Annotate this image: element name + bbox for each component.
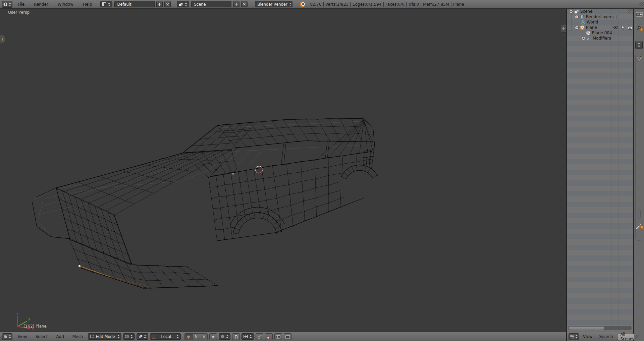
proportional-edit-dropdown[interactable] <box>219 333 230 340</box>
axis-y-label: y <box>28 317 31 321</box>
pivot-icon <box>138 334 143 339</box>
menu-add[interactable]: Add <box>53 334 67 339</box>
info-header: File Render Window Help Default <box>0 0 644 9</box>
render-camera-icon <box>276 334 281 339</box>
outliner-row-scene[interactable]: − Scene <box>567 9 633 14</box>
pivot-point-dropdown[interactable] <box>137 333 148 340</box>
blender-window: File Render Window Help Default <box>0 0 644 341</box>
mode-select-dropdown[interactable]: Edit Mode <box>88 333 121 340</box>
shading-sphere-icon <box>125 334 129 339</box>
snap-target-button[interactable] <box>256 333 263 340</box>
manipulator-toggle-button[interactable] <box>265 333 273 340</box>
info-editor-icon <box>3 2 8 7</box>
opengl-render-button[interactable] <box>274 333 282 340</box>
header-resize-grip[interactable] <box>639 2 644 6</box>
collapse-expander-icon[interactable]: − <box>575 26 579 30</box>
outliner-editor-icon <box>570 334 574 339</box>
updown-arrows-icon <box>144 334 147 339</box>
translate-manipulator-icon <box>267 334 271 339</box>
expand-expander-icon[interactable]: + <box>582 37 585 40</box>
column-separator <box>626 9 626 325</box>
updown-arrows-icon <box>176 334 179 339</box>
properties-pill-mark <box>638 209 641 219</box>
mesh-object-icon <box>580 25 585 30</box>
transform-orientation-dropdown[interactable]: Local <box>150 333 181 340</box>
vertex-select-icon <box>186 334 191 339</box>
updown-arrows-icon <box>184 2 187 7</box>
outliner-menu-search[interactable]: Search <box>596 334 615 339</box>
close-x-icon <box>166 2 169 6</box>
properties-resize-grip[interactable] <box>635 335 640 340</box>
window-layout-icon <box>102 2 107 6</box>
menu-window[interactable]: Window <box>54 2 77 7</box>
menu-view[interactable]: View <box>14 334 30 339</box>
close-x-icon <box>243 2 246 6</box>
object-data-tab-icon[interactable] <box>636 56 642 62</box>
updown-arrows-icon <box>249 334 252 339</box>
visibility-eye-icon[interactable] <box>613 25 618 30</box>
render-properties-icon[interactable] <box>635 11 643 17</box>
active-element-label: (162) Plane <box>23 324 47 329</box>
updown-arrows-icon <box>575 334 578 339</box>
snap-element-dropdown[interactable] <box>241 333 254 340</box>
pin-context-icon[interactable] <box>635 24 643 32</box>
proportional-edit-icon <box>220 334 225 339</box>
outliner-row-modifiers[interactable]: + Modifiers | <box>567 36 633 41</box>
editor-type-dropdown-outliner[interactable] <box>569 333 579 340</box>
delete-scene-button[interactable] <box>241 1 248 7</box>
delete-layout-button[interactable] <box>164 1 171 7</box>
modifiers-wrench-icon <box>586 36 592 41</box>
menu-mesh[interactable]: Mesh <box>69 334 87 339</box>
menu-render[interactable]: Render <box>30 2 52 7</box>
outliner-row-world[interactable]: World <box>567 19 633 25</box>
drag-tick: | <box>613 36 615 41</box>
render-engine-select[interactable]: Blender Render <box>255 1 292 7</box>
outliner-row-renderlayers[interactable]: + RenderLayers | <box>567 14 633 19</box>
vertex-select-mode-button[interactable] <box>184 333 192 340</box>
menu-file[interactable]: File <box>14 2 29 7</box>
toolshelf-open-tab[interactable]: + <box>0 35 5 43</box>
snap-toggle-button[interactable] <box>232 333 240 340</box>
outliner-resize-grip[interactable] <box>628 9 633 14</box>
renderability-camera-icon[interactable] <box>628 25 633 30</box>
drag-tick: | <box>616 15 617 19</box>
face-select-mode-button[interactable] <box>200 333 208 340</box>
opengl-render-anim-button[interactable] <box>284 333 291 340</box>
collapse-expander-icon[interactable]: − <box>569 10 573 13</box>
context-cycle-arrows-button[interactable] <box>635 41 643 49</box>
outliner-panel: − Scene + RenderLayers | <box>567 9 633 332</box>
outliner-horizontal-scrollbar[interactable] <box>568 326 632 330</box>
editmode-cube-icon <box>90 334 94 339</box>
wireframe-car-mesh <box>0 9 566 332</box>
outliner-row-plane[interactable]: − Plane <box>567 25 633 30</box>
selectability-cursor-icon[interactable] <box>621 25 625 30</box>
updown-arrows-icon <box>637 42 641 48</box>
add-layout-button[interactable] <box>156 1 163 7</box>
properties-shelf-open-tab[interactable]: + <box>561 24 566 33</box>
updown-arrows-icon <box>8 2 11 7</box>
add-scene-button[interactable] <box>233 1 239 7</box>
expand-expander-icon[interactable]: + <box>575 15 579 19</box>
outliner-row-plane004[interactable]: Plane.004 <box>567 30 633 36</box>
scene-name-field[interactable]: Scene <box>191 1 231 7</box>
editor-type-dropdown-info[interactable] <box>2 1 12 8</box>
limit-selection-visible-button[interactable] <box>209 333 217 340</box>
updown-arrows-icon <box>289 2 291 7</box>
corner-resize-grip[interactable] <box>0 336 5 341</box>
mini-axis-gizmo: z y x <box>9 312 40 333</box>
plus-icon <box>158 2 161 6</box>
edge-select-mode-button[interactable] <box>192 333 200 340</box>
3d-viewport[interactable]: User Persp + + <box>0 9 566 332</box>
scene-icon-dropdown[interactable] <box>177 1 189 7</box>
menu-select[interactable]: Select <box>32 334 51 339</box>
magnet-icon <box>234 334 238 339</box>
outliner-menu-view[interactable]: View <box>580 334 595 339</box>
screen-layout-icon-dropdown[interactable] <box>100 1 112 7</box>
screen-layout-name-field[interactable]: Default <box>114 1 155 7</box>
occlude-geometry-icon <box>211 334 216 339</box>
viewport-shading-dropdown[interactable] <box>123 333 135 340</box>
menu-help[interactable]: Help <box>79 2 96 7</box>
scrollbar-thumb[interactable] <box>569 327 604 330</box>
axis-orientation-icon <box>152 334 156 339</box>
modifier-tab-wrench-icon[interactable] <box>636 222 644 230</box>
